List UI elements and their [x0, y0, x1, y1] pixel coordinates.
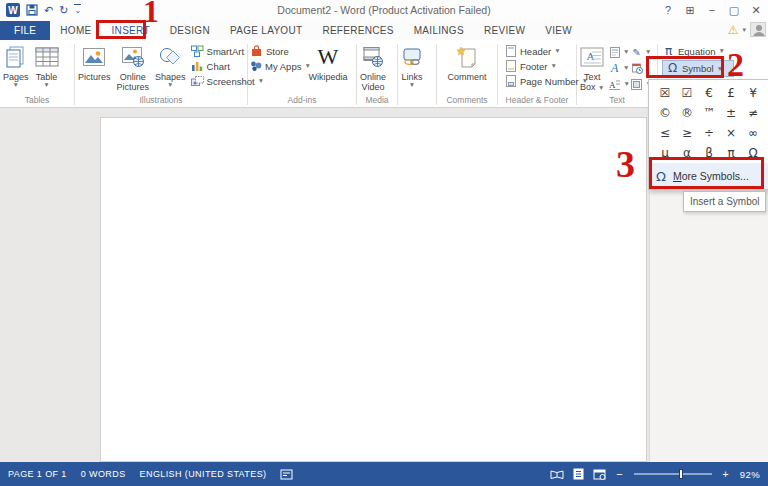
zoom-slider[interactable]	[634, 473, 712, 475]
symbol-cell[interactable]: ±	[720, 103, 742, 123]
equation-icon: π	[662, 45, 675, 57]
symbol-cell[interactable]: ☑	[676, 83, 698, 103]
status-bar-right: − + 92%	[550, 468, 768, 480]
undo-icon[interactable]: ↶	[44, 4, 53, 16]
close-icon[interactable]: ✕	[746, 1, 766, 19]
symbol-cell[interactable]: ≤	[654, 123, 676, 143]
addins-small-column: Store My Apps ▼	[248, 42, 304, 75]
store-button[interactable]: Store	[250, 45, 302, 57]
wikipedia-button[interactable]: W Wikipedia	[304, 42, 352, 82]
ribbon-tab-row: FILE HOME INSERT DESIGN PAGE LAYOUT REFE…	[0, 20, 768, 40]
window-title: Document2 - Word (Product Activation Fai…	[0, 4, 768, 16]
zoom-slider-thumb[interactable]	[679, 469, 683, 479]
group-illustrations: Pictures Online Pictures Shapes ▼	[75, 42, 247, 107]
comment-button[interactable]: Comment	[444, 42, 489, 82]
save-icon[interactable]	[26, 4, 38, 16]
online-video-button[interactable]: Online Video	[357, 42, 389, 92]
proofing-icon[interactable]	[280, 469, 293, 480]
ribbon-display-options-icon[interactable]: ⊞	[680, 1, 700, 19]
my-apps-button[interactable]: My Apps ▼	[250, 60, 302, 72]
symbol-cell[interactable]: π	[720, 143, 742, 163]
table-button[interactable]: Table ▼	[32, 42, 62, 88]
help-icon[interactable]: ?	[658, 1, 678, 19]
smartart-icon	[191, 45, 204, 57]
print-layout-icon[interactable]	[573, 468, 584, 480]
tab-home[interactable]: HOME	[50, 21, 101, 40]
drop-cap-button[interactable]: A ▼	[609, 78, 629, 90]
restore-icon[interactable]: ▢	[724, 1, 744, 19]
table-icon	[35, 44, 59, 70]
symbol-cell[interactable]: ™	[698, 103, 720, 123]
chevron-down-icon: ▼	[623, 81, 629, 87]
minimize-icon[interactable]: −	[702, 1, 722, 19]
symbol-cell[interactable]: £	[720, 83, 742, 103]
tab-file[interactable]: FILE	[0, 21, 50, 40]
group-text: A Text Box ▼ ▼ ✎▼ A▼	[577, 42, 657, 107]
group-links: Links ▼	[398, 42, 436, 107]
tab-review[interactable]: REVIEW	[474, 21, 535, 40]
tab-design[interactable]: DESIGN	[160, 21, 220, 40]
symbol-cell[interactable]: ≥	[676, 123, 698, 143]
page-number-button[interactable]: Page Number ▼	[504, 75, 588, 87]
zoom-percentage[interactable]: 92%	[740, 469, 760, 480]
symbol-button[interactable]: Ω Symbol ▼	[662, 60, 734, 77]
zoom-in-button[interactable]: +	[721, 468, 731, 480]
chevron-down-icon: ▼	[43, 82, 49, 88]
chevron-down-icon: ▼	[550, 63, 556, 69]
tooltip: Insert a Symbol	[683, 191, 766, 212]
header-button[interactable]: Header ▼	[504, 45, 588, 57]
tab-references[interactable]: REFERENCES	[312, 21, 403, 40]
group-label-links	[398, 104, 436, 107]
group-tables: Pages ▼ Table ▼ Tables	[0, 42, 74, 107]
more-symbols-item[interactable]: Ω More Symbols...	[649, 163, 768, 189]
user-avatar[interactable]	[750, 22, 766, 37]
symbol-cell[interactable]: ®	[676, 103, 698, 123]
symbol-cell[interactable]: ∞	[742, 123, 764, 143]
read-mode-icon[interactable]	[550, 469, 564, 480]
web-layout-icon[interactable]	[593, 469, 606, 480]
chevron-down-icon[interactable]: ▾	[742, 26, 746, 34]
customize-qat-icon[interactable]: ⌄	[74, 4, 81, 17]
tab-page-layout[interactable]: PAGE LAYOUT	[220, 21, 312, 40]
tab-view[interactable]: VIEW	[535, 21, 582, 40]
quick-parts-button[interactable]: ▼	[609, 46, 629, 58]
symbol-cell[interactable]: β	[698, 143, 720, 163]
page-number-icon	[504, 75, 517, 87]
online-pictures-button[interactable]: Online Pictures	[114, 42, 153, 92]
equation-button[interactable]: π Equation ▼	[662, 45, 725, 57]
links-button[interactable]: Links ▼	[398, 42, 426, 88]
text-box-button[interactable]: A Text Box ▼	[577, 42, 607, 92]
more-symbols-label: More Symbols...	[673, 170, 749, 182]
symbol-cell[interactable]: μ	[654, 143, 676, 163]
word-count[interactable]: 0 WORDS	[81, 469, 126, 479]
signature-line-button[interactable]: ✎▼	[631, 46, 651, 58]
symbol-cell[interactable]: €	[698, 83, 720, 103]
pictures-button[interactable]: Pictures	[75, 42, 114, 82]
shapes-button[interactable]: Shapes ▼	[152, 42, 189, 88]
symbol-cell[interactable]: ≠	[742, 103, 764, 123]
zoom-out-button[interactable]: −	[615, 468, 625, 480]
store-icon	[250, 45, 263, 57]
footer-button[interactable]: Footer ▼	[504, 60, 588, 72]
redo-icon[interactable]: ↻	[59, 4, 68, 16]
symbol-cell[interactable]: Ω	[742, 143, 764, 163]
language-indicator[interactable]: ENGLISH (UNITED STATES)	[140, 469, 267, 479]
date-time-button[interactable]	[631, 62, 651, 74]
pages-button[interactable]: Pages ▼	[0, 42, 32, 88]
symbol-cell[interactable]: ©	[654, 103, 676, 123]
window-controls: ? ⊞ − ▢ ✕	[658, 0, 766, 20]
tab-insert[interactable]: INSERT	[102, 21, 160, 40]
symbol-cell[interactable]: ÷	[698, 123, 720, 143]
symbol-cell[interactable]: ☒	[654, 83, 676, 103]
symbol-cell[interactable]: ¥	[742, 83, 764, 103]
symbol-cell[interactable]: α	[676, 143, 698, 163]
activation-warning-icon[interactable]: ⚠	[728, 23, 739, 37]
tab-mailings[interactable]: MAILINGS	[404, 21, 474, 40]
document-page[interactable]	[100, 117, 647, 462]
symbol-cell[interactable]: ×	[720, 123, 742, 143]
drop-cap-icon: A	[609, 78, 620, 90]
group-label-illustrations: Illustrations	[75, 94, 247, 107]
wordart-button[interactable]: A▼	[609, 62, 629, 74]
shapes-icon	[159, 44, 181, 70]
page-indicator[interactable]: PAGE 1 OF 1	[8, 469, 67, 479]
